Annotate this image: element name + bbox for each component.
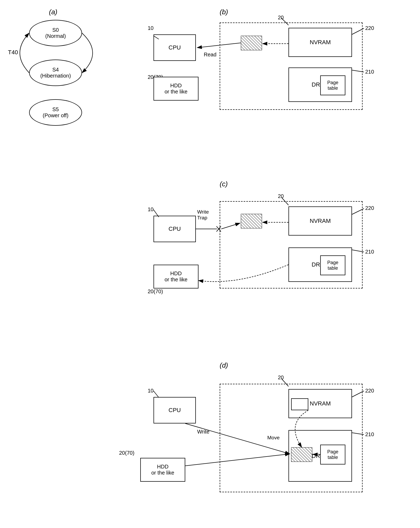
d-ref10: 10 bbox=[148, 388, 153, 394]
b-page-table-box: Page table bbox=[320, 75, 345, 95]
c-nvram-box: NVRAM bbox=[288, 206, 352, 236]
t40-label: T40 bbox=[8, 49, 18, 56]
c-page-table-line1: Page bbox=[327, 260, 338, 265]
d-cpu-box: CPU bbox=[153, 397, 196, 423]
d-write-label: Write bbox=[197, 429, 209, 435]
d-ref220: 220 bbox=[365, 388, 374, 394]
b-hdd-box: HDD or the like bbox=[153, 77, 198, 101]
c-cpu-box: CPU bbox=[153, 216, 196, 242]
d-ref210: 210 bbox=[365, 431, 374, 437]
s4-ellipse: S4 (Hibernation) bbox=[29, 60, 82, 86]
d-hdd-line1: HDD bbox=[151, 464, 174, 470]
d-ref2070: 20(70) bbox=[119, 450, 134, 456]
d-page-table-line1: Page bbox=[327, 449, 338, 455]
d-move-label: Move bbox=[267, 435, 279, 441]
b-ref10: 10 bbox=[148, 25, 153, 31]
s0-ellipse: S0 (Normal) bbox=[29, 20, 82, 46]
c-ref2070: 20(70) bbox=[148, 288, 163, 295]
s5-line2: (Power off) bbox=[43, 112, 68, 119]
b-ref20: 20 bbox=[278, 15, 284, 21]
b-hdd-line2: or the like bbox=[165, 89, 188, 95]
b-hdd-line1: HDD bbox=[165, 83, 188, 89]
b-read-label: Read bbox=[204, 52, 216, 58]
b-page-table-line2: table bbox=[327, 85, 338, 91]
panel-d-label: (d) bbox=[220, 361, 228, 369]
panel-b-label: (b) bbox=[220, 8, 228, 16]
c-page-table-line2: table bbox=[327, 265, 338, 271]
d-hdd-line2: or the like bbox=[151, 470, 174, 476]
s5-ellipse: S5 (Power off) bbox=[29, 99, 82, 126]
svg-line-20 bbox=[153, 391, 159, 398]
c-ref220: 220 bbox=[365, 205, 374, 211]
d-page-table-line2: table bbox=[327, 455, 338, 460]
c-ref20: 20 bbox=[278, 193, 284, 199]
b-cpu-box: CPU bbox=[153, 34, 196, 61]
c-write-trap-label: Write Trap bbox=[197, 209, 209, 221]
c-ref210: 210 bbox=[365, 249, 374, 255]
b-page-table-line1: Page bbox=[327, 80, 338, 85]
s0-line1: S0 bbox=[45, 27, 66, 33]
c-hdd-box: HDD or the like bbox=[153, 265, 198, 288]
c-page-table-box: Page table bbox=[320, 255, 345, 275]
s4-line1: S4 bbox=[40, 67, 71, 73]
b-ref220: 220 bbox=[365, 25, 374, 31]
d-page-table-box: Page table bbox=[320, 445, 345, 464]
d-hdd-box: HDD or the like bbox=[140, 458, 185, 482]
panel-c-label: (c) bbox=[220, 180, 228, 188]
diagram-container: (a) (b) (c) (d) T40 S0 (Normal) S4 (Hibe… bbox=[0, 0, 420, 528]
d-ref20: 20 bbox=[278, 374, 284, 381]
c-hdd-line1: HDD bbox=[165, 270, 188, 277]
d-hatch-box bbox=[291, 447, 312, 462]
s4-line2: (Hibernation) bbox=[40, 73, 71, 79]
s5-line1: S5 bbox=[43, 106, 68, 112]
c-hatch-box bbox=[241, 214, 262, 228]
c-ref10: 10 bbox=[148, 206, 153, 213]
b-hatch-box bbox=[241, 36, 262, 50]
s0-line2: (Normal) bbox=[45, 33, 66, 39]
panel-a-label: (a) bbox=[49, 8, 57, 16]
b-nvram-box: NVRAM bbox=[288, 28, 352, 57]
d-nvram-inner-box bbox=[291, 398, 308, 410]
c-hdd-line2: or the like bbox=[165, 277, 188, 283]
b-ref210: 210 bbox=[365, 69, 374, 75]
